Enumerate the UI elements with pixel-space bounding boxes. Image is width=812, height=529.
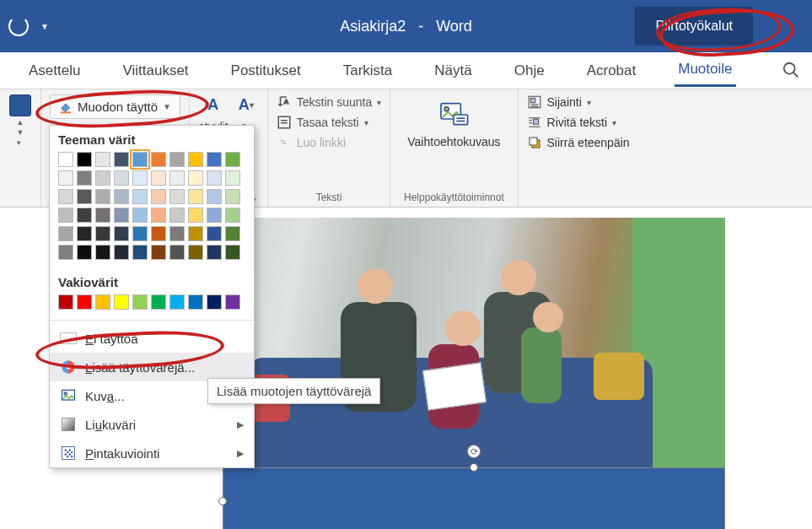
color-swatch[interactable] [151,189,166,204]
color-swatch[interactable] [169,170,185,186]
color-swatch[interactable] [77,170,92,186]
color-swatch[interactable] [169,245,185,260]
color-swatch[interactable] [225,226,240,241]
color-swatch[interactable] [225,152,240,167]
texture-fill-item[interactable]: Pintakuviointi ▶ [50,439,254,467]
tab-references[interactable]: Viittaukset [119,56,191,86]
shape-styles-gallery[interactable]: ▲ ▼ ▾ [0,89,40,147]
qat-customize-icon[interactable]: ▼ [40,22,49,31]
tab-mailings[interactable]: Postitukset [228,56,304,86]
color-swatch[interactable] [95,189,110,204]
color-swatch[interactable] [95,294,110,310]
color-swatch[interactable] [188,226,203,241]
color-swatch[interactable] [207,208,222,223]
color-swatch[interactable] [225,208,240,223]
color-swatch[interactable] [95,170,110,186]
color-swatch[interactable] [188,245,203,260]
selected-shape-rectangle[interactable]: ⟳ [223,467,725,529]
color-swatch[interactable] [77,245,92,260]
color-swatch[interactable] [151,294,166,310]
gallery-up-icon[interactable]: ▲ [17,118,24,127]
color-swatch[interactable] [114,294,129,310]
bring-forward-button[interactable]: Siirrä eteenpäin [527,135,630,150]
tab-format[interactable]: Muotoile [675,54,735,87]
color-swatch[interactable] [225,170,240,186]
color-swatch[interactable] [207,245,222,260]
color-swatch[interactable] [114,245,129,260]
resize-handle-top[interactable] [470,463,478,472]
inserted-image[interactable] [223,218,725,467]
gallery-more-icon[interactable]: ▾ [17,138,24,147]
color-swatch[interactable] [58,189,73,204]
resize-handle-left[interactable] [218,497,227,505]
color-swatch[interactable] [188,170,203,186]
color-swatch[interactable] [207,294,222,310]
alt-text-button[interactable]: Vaihtoehtokuvaus [399,94,508,152]
color-swatch[interactable] [114,189,129,204]
tab-layout[interactable]: Asettelu [25,56,83,86]
color-swatch[interactable] [207,226,222,241]
wrap-text-button[interactable]: Rivitä teksti▾ [527,115,630,130]
color-swatch[interactable] [169,294,185,310]
color-swatch[interactable] [225,189,240,204]
color-swatch[interactable] [188,152,203,167]
color-swatch[interactable] [132,189,148,204]
color-swatch[interactable] [77,208,92,223]
color-swatch[interactable] [169,189,185,204]
color-swatch[interactable] [132,208,148,223]
color-swatch[interactable] [58,294,73,310]
color-swatch[interactable] [225,294,240,310]
color-swatch[interactable] [151,208,166,223]
color-swatch[interactable] [114,226,129,241]
color-swatch[interactable] [151,245,166,260]
color-swatch[interactable] [58,226,73,241]
color-swatch[interactable] [132,245,148,260]
color-swatch[interactable] [132,294,148,310]
color-swatch[interactable] [225,245,240,260]
gradient-fill-item[interactable]: Liukuväri ▶ [50,410,254,439]
color-swatch[interactable] [95,208,110,223]
text-direction-button[interactable]: A Tekstin suunta▾ [277,94,382,110]
color-swatch[interactable] [95,245,110,260]
color-swatch[interactable] [58,245,73,260]
color-swatch[interactable] [132,170,148,186]
color-swatch[interactable] [132,226,148,241]
color-swatch[interactable] [151,226,166,241]
color-swatch[interactable] [169,152,185,167]
color-swatch[interactable] [188,189,203,204]
color-swatch[interactable] [169,208,185,223]
color-swatch[interactable] [151,152,166,167]
color-swatch[interactable] [77,189,92,204]
position-button[interactable]: Sijainti▾ [527,94,630,110]
tab-help[interactable]: Ohje [511,56,548,86]
shape-style-thumb[interactable] [9,94,31,116]
color-swatch[interactable] [114,170,129,186]
rotate-handle[interactable]: ⟳ [467,445,481,458]
color-swatch[interactable] [188,294,203,310]
color-swatch[interactable] [207,152,222,167]
tab-view[interactable]: Näytä [431,56,475,86]
undo-redo-icon[interactable] [8,16,29,36]
search-icon[interactable] [782,61,800,84]
color-swatch[interactable] [58,152,73,167]
color-swatch[interactable] [95,152,110,167]
tab-review[interactable]: Tarkista [340,56,396,86]
gallery-down-icon[interactable]: ▼ [17,128,24,137]
color-swatch[interactable] [207,189,222,204]
color-swatch[interactable] [77,226,92,241]
color-swatch[interactable] [77,294,92,310]
color-swatch[interactable] [188,208,203,223]
text-fill-button[interactable]: A▾ [234,94,259,115]
color-swatch[interactable] [95,226,110,241]
color-swatch[interactable] [58,208,73,223]
color-swatch[interactable] [77,152,92,167]
color-swatch[interactable] [114,208,129,223]
color-swatch[interactable] [132,152,148,167]
color-swatch[interactable] [151,170,166,186]
align-text-button[interactable]: Tasaa teksti▾ [277,115,382,130]
color-swatch[interactable] [114,152,129,167]
tab-acrobat[interactable]: Acrobat [583,56,640,86]
color-swatch[interactable] [169,226,185,241]
color-swatch[interactable] [207,170,222,186]
color-swatch[interactable] [58,170,73,186]
